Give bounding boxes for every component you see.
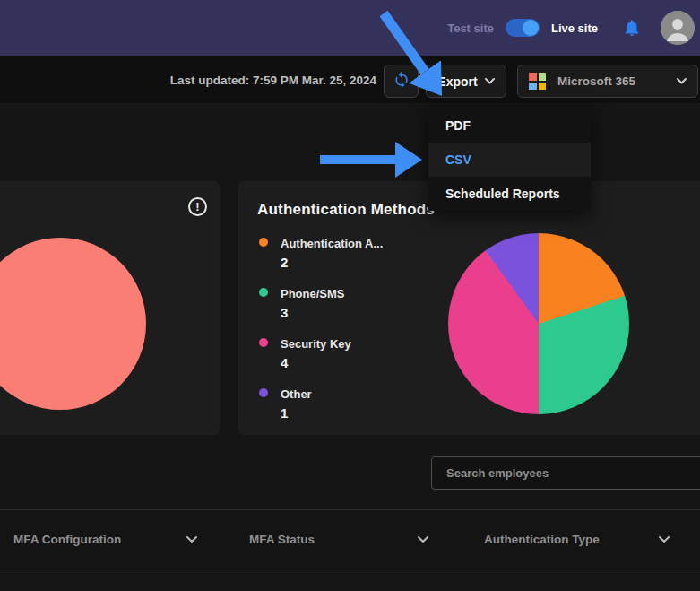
export-button-label: Export <box>437 74 477 89</box>
test-site-label: Test site <box>447 22 494 35</box>
refresh-icon <box>393 71 410 92</box>
last-updated-label: Last updated: 7:59 PM Mar. 25, 2024 <box>170 74 376 87</box>
microsoft-logo-icon <box>529 73 546 90</box>
refresh-button[interactable] <box>384 65 419 98</box>
legend-label: Security Key <box>281 337 351 351</box>
tenant-selector[interactable]: Microsoft 365 <box>517 65 698 98</box>
chevron-down-icon <box>418 536 428 543</box>
column-filter-mfa-status[interactable]: MFA Status <box>249 510 428 569</box>
legend-item: Security Key 4 <box>257 335 428 370</box>
legend-dot <box>259 238 268 247</box>
legend-label: Phone/SMS <box>281 287 345 300</box>
column-label: Authentication Type <box>484 533 600 546</box>
legend-label: Other <box>281 387 312 401</box>
dashboard-screen: Test site Live site Last updated: 7:59 P… <box>0 0 700 591</box>
menu-item-scheduled-reports[interactable]: Scheduled Reports <box>428 177 591 211</box>
chevron-down-icon <box>485 78 495 84</box>
legend-value: 2 <box>281 255 428 270</box>
notification-bell-icon[interactable] <box>622 18 642 38</box>
search-input[interactable] <box>431 456 700 490</box>
export-dropdown-menu: PDF CSV Scheduled Reports <box>428 105 591 211</box>
card-title: Authentication Methods <box>257 201 435 219</box>
auth-methods-pie <box>448 233 629 414</box>
menu-item-csv[interactable]: CSV <box>428 143 591 177</box>
column-label: MFA Status <box>249 533 315 546</box>
column-filter-mfa-configuration[interactable]: MFA Configuration <box>13 510 197 569</box>
live-site-label: Live site <box>551 22 598 35</box>
legend-item: Authentication A... 2 <box>257 235 428 270</box>
legend-value: 4 <box>281 355 428 370</box>
legend-dot <box>259 338 268 347</box>
menu-item-pdf[interactable]: PDF <box>428 109 591 143</box>
legend-value: 1 <box>281 405 428 421</box>
table-body-empty-row <box>0 570 700 591</box>
legend-label: Authentication A... <box>281 237 383 250</box>
info-icon[interactable] <box>188 197 207 216</box>
chevron-down-icon <box>186 536 197 543</box>
user-avatar[interactable] <box>661 11 695 45</box>
authentication-methods-card: Authentication Methods Authentication A.… <box>238 181 700 435</box>
environment-toggle[interactable] <box>506 19 540 37</box>
employee-table-header: MFA Configuration MFA Status Authenticat… <box>0 509 700 569</box>
chevron-down-icon <box>659 536 670 543</box>
legend-dot <box>259 388 268 397</box>
report-toolbar: Last updated: 7:59 PM Mar. 25, 2024 Expo… <box>0 56 700 103</box>
single-slice-pie <box>0 238 146 410</box>
export-button[interactable]: Export <box>426 65 506 98</box>
column-filter-authentication-type[interactable]: Authentication Type <box>484 510 670 569</box>
column-label: MFA Configuration <box>13 533 121 546</box>
toggle-knob <box>523 20 539 36</box>
legend-dot <box>259 288 268 297</box>
cropped-chart-card <box>0 181 220 435</box>
legend-value: 3 <box>281 305 428 320</box>
legend-item: Phone/SMS 3 <box>257 285 428 320</box>
tenant-selector-value: Microsoft 365 <box>557 74 635 88</box>
top-navigation-bar: Test site Live site <box>0 0 700 56</box>
legend-item: Other 1 <box>257 386 428 421</box>
pie-legend: Authentication A... 2 Phone/SMS 3 Securi… <box>257 235 428 436</box>
chevron-down-icon <box>677 78 687 84</box>
